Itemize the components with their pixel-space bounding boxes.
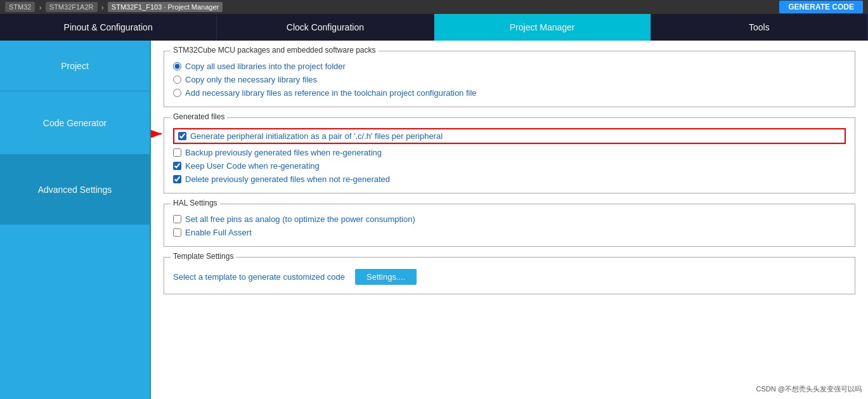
hal-check-1[interactable] xyxy=(173,215,181,223)
gen-file-check-1[interactable] xyxy=(178,132,186,140)
tab-clock[interactable]: Clock Configuration xyxy=(217,14,434,41)
generated-files-section: Generated files Generate peripheral init… xyxy=(164,117,855,193)
sidebar: Project Code Generator Advanced Settings xyxy=(0,41,151,399)
hal-settings-section: HAL Settings Set all free pins as analog… xyxy=(164,204,855,247)
gen-file-check-2[interactable] xyxy=(173,148,181,157)
arrow-indicator xyxy=(151,124,169,143)
mcu-option-3[interactable]: Add necessary library files as reference… xyxy=(173,88,846,98)
mcu-radio-2[interactable] xyxy=(173,75,181,84)
template-row: Select a template to generate customized… xyxy=(173,269,846,285)
hal-check-2[interactable] xyxy=(173,228,181,237)
mcu-section-legend: STM32Cube MCU packages and embedded soft… xyxy=(171,46,379,55)
tab-navigation: Pinout & Configuration Clock Configurati… xyxy=(0,14,868,41)
breadcrumb-project[interactable]: STM32F1_F103 · Project Manager xyxy=(108,2,223,12)
content-area: STM32Cube MCU packages and embedded soft… xyxy=(151,41,868,399)
main-layout: Project Code Generator Advanced Settings… xyxy=(0,41,868,399)
gen-file-check-4[interactable] xyxy=(173,175,181,183)
mcu-radio-1[interactable] xyxy=(173,62,181,70)
generate-code-button[interactable]: GENERATE CODE xyxy=(779,1,863,13)
mcu-radio-group: Copy all used libraries into the project… xyxy=(173,62,846,98)
hal-checkbox-group: Set all free pins as analog (to optimize… xyxy=(173,214,846,237)
mcu-option-1[interactable]: Copy all used libraries into the project… xyxy=(173,62,846,71)
sidebar-item-advanced-settings[interactable]: Advanced Settings xyxy=(0,155,150,225)
gen-file-option-2[interactable]: Backup previously generated files when r… xyxy=(173,148,846,157)
gen-file-option-1[interactable]: Generate peripheral initialization as a … xyxy=(173,128,846,144)
sidebar-item-code-generator[interactable]: Code Generator xyxy=(0,91,150,155)
top-bar: STM32 › STM32F1A2R › STM32F1_F103 · Proj… xyxy=(0,0,868,14)
watermark: CSDN @不想秃头头发变强可以吗 xyxy=(756,384,862,394)
template-section-legend: Template Settings xyxy=(171,252,236,261)
template-settings-button[interactable]: Settings.... xyxy=(355,269,417,285)
generated-files-group: Generate peripheral initialization as a … xyxy=(173,128,846,184)
breadcrumb-stm32[interactable]: STM32 xyxy=(5,2,35,12)
sidebar-item-project[interactable]: Project xyxy=(0,41,150,91)
breadcrumb-device[interactable]: STM32F1A2R xyxy=(46,2,98,12)
template-select-label: Select a template to generate customized… xyxy=(173,272,345,282)
mcu-packages-section: STM32Cube MCU packages and embedded soft… xyxy=(164,51,855,107)
mcu-option-2[interactable]: Copy only the necessary library files xyxy=(173,75,846,84)
tab-tools[interactable]: Tools xyxy=(651,14,868,41)
gen-file-check-3[interactable] xyxy=(173,162,181,170)
hal-section-legend: HAL Settings xyxy=(171,199,220,207)
hal-option-1[interactable]: Set all free pins as analog (to optimize… xyxy=(173,214,846,224)
generated-files-legend: Generated files xyxy=(171,112,227,121)
gen-file-option-3[interactable]: Keep User Code when re-generating xyxy=(173,161,846,171)
tab-project-manager[interactable]: Project Manager xyxy=(434,14,651,41)
hal-option-2[interactable]: Enable Full Assert xyxy=(173,228,846,237)
template-settings-section: Template Settings Select a template to g… xyxy=(164,257,855,294)
gen-file-option-4[interactable]: Delete previously generated files when n… xyxy=(173,174,846,184)
tab-pinout[interactable]: Pinout & Configuration xyxy=(0,14,217,41)
mcu-radio-3[interactable] xyxy=(173,89,181,97)
